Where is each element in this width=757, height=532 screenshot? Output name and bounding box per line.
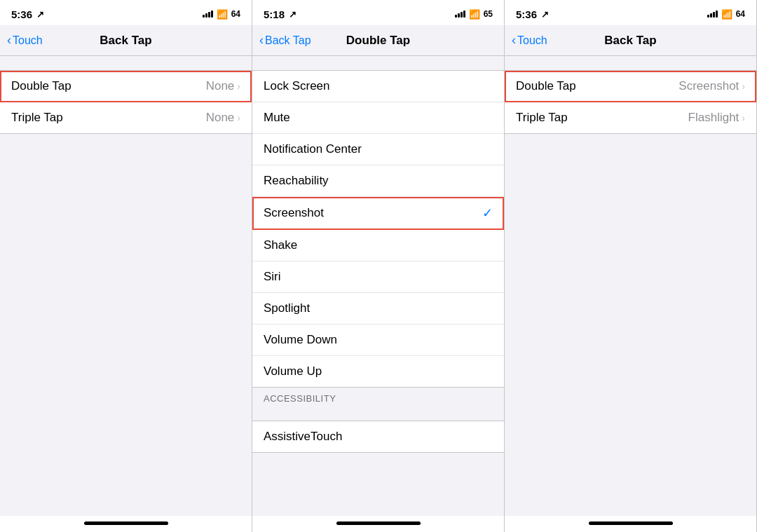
notification-center-row[interactable]: Notification Center — [252, 134, 504, 165]
panel-left: 5:36 ↗ 📶 64 ‹ Touch Back Tap Double Tap — [0, 0, 252, 532]
home-indicator-right — [505, 516, 756, 532]
home-indicator-left — [0, 516, 252, 532]
signal-bar-1 — [203, 15, 205, 18]
screenshot-row[interactable]: Screenshot ✓ — [252, 197, 504, 230]
siri-row[interactable]: Siri — [252, 261, 504, 293]
triple-tap-value-text-right: Flashlight — [688, 111, 739, 125]
double-tap-row[interactable]: Double Tap None › — [0, 71, 252, 102]
wifi-icon-right: 📶 — [721, 9, 732, 20]
home-bar-right — [589, 521, 673, 525]
settings-group-middle-accessibility: AssistiveTouch — [252, 421, 504, 453]
volume-up-label: Volume Up — [264, 364, 322, 378]
nav-bar-left: ‹ Touch Back Tap — [0, 25, 252, 56]
double-tap-label-right: Double Tap — [516, 79, 576, 93]
status-right-right: 📶 64 — [707, 9, 745, 20]
battery-text-right: 64 — [736, 9, 745, 19]
status-right-mid: 📶 65 — [455, 9, 493, 20]
signal-bar-mid-3 — [461, 12, 463, 18]
wifi-icon: 📶 — [217, 9, 228, 20]
signal-bar-r-1 — [707, 15, 709, 18]
checkmark-icon: ✓ — [482, 205, 493, 221]
shake-row[interactable]: Shake — [252, 230, 504, 261]
triple-tap-value-right: Flashlight › — [688, 111, 745, 125]
wifi-icon-mid: 📶 — [469, 9, 480, 20]
double-tap-chevron: › — [237, 81, 240, 92]
signal-bars — [203, 11, 213, 18]
screenshot-label: Screenshot — [264, 206, 324, 220]
signal-bar-r-4 — [716, 11, 718, 18]
status-left-mid: 5:18 ↗ — [264, 8, 296, 20]
location-icon: ↗ — [36, 9, 44, 20]
signal-bar-mid-2 — [458, 13, 460, 18]
double-tap-value: None › — [206, 79, 240, 93]
status-bar-middle: 5:18 ↗ 📶 65 — [252, 0, 504, 25]
signal-bar-2 — [205, 13, 207, 18]
volume-down-label: Volume Down — [264, 333, 337, 347]
assistivetouch-row[interactable]: AssistiveTouch — [252, 421, 504, 452]
triple-tap-chevron-right: › — [742, 112, 745, 123]
accessibility-header: ACCESSIBILITY — [252, 388, 504, 407]
reachability-row[interactable]: Reachability — [252, 165, 504, 197]
lock-screen-label: Lock Screen — [264, 79, 330, 93]
back-button-middle[interactable]: ‹ Back Tap — [259, 33, 311, 48]
status-bar-left: 5:36 ↗ 📶 64 — [0, 0, 252, 25]
signal-bar-r-2 — [710, 13, 712, 18]
status-bar-right: 5:36 ↗ 📶 64 — [505, 0, 756, 25]
signal-bar-r-3 — [713, 12, 715, 18]
double-tap-row-right[interactable]: Double Tap Screenshot › — [505, 71, 756, 102]
battery-text-mid: 65 — [484, 9, 493, 19]
location-icon-mid: ↗ — [289, 9, 296, 20]
volume-up-row[interactable]: Volume Up — [252, 356, 504, 387]
double-tap-label: Double Tap — [11, 79, 71, 93]
signal-bar-4 — [211, 11, 213, 18]
triple-tap-value: None › — [206, 111, 240, 125]
signal-bars-right — [707, 11, 718, 18]
chevron-left-icon: ‹ — [7, 33, 11, 48]
signal-bars-mid — [455, 11, 465, 18]
nav-bar-right: ‹ Touch Back Tap — [505, 25, 756, 56]
settings-group-middle-main: Lock Screen Mute Notification Center Rea… — [252, 70, 504, 388]
status-right: 📶 64 — [203, 9, 240, 20]
content-left: Double Tap None › Triple Tap None › — [0, 56, 252, 516]
back-label-right: Touch — [517, 34, 547, 47]
notification-center-label: Notification Center — [264, 142, 362, 156]
nav-bar-middle: ‹ Back Tap Double Tap — [252, 25, 504, 56]
siri-label: Siri — [264, 270, 281, 284]
back-label-left: Touch — [13, 34, 43, 47]
chevron-left-icon-mid: ‹ — [259, 33, 264, 48]
double-tap-value-text-right: Screenshot — [678, 79, 739, 93]
battery-text: 64 — [231, 9, 240, 19]
mute-row[interactable]: Mute — [252, 102, 504, 134]
triple-tap-row-right[interactable]: Triple Tap Flashlight › — [505, 102, 756, 133]
reachability-label: Reachability — [264, 174, 329, 188]
status-left-right: 5:36 ↗ — [516, 8, 549, 20]
triple-tap-label-right: Triple Tap — [516, 111, 568, 125]
triple-tap-label: Triple Tap — [11, 111, 63, 125]
signal-bar-mid-4 — [463, 11, 465, 18]
triple-tap-value-text: None — [206, 111, 235, 125]
status-left: 5:36 ↗ — [11, 8, 44, 20]
content-right: Double Tap Screenshot › Triple Tap Flash… — [505, 56, 756, 516]
spotlight-row[interactable]: Spotlight — [252, 293, 504, 325]
settings-group-right: Double Tap Screenshot › Triple Tap Flash… — [505, 70, 756, 134]
back-button-left[interactable]: ‹ Touch — [7, 33, 43, 48]
chevron-left-icon-right: ‹ — [512, 33, 516, 48]
panel-middle: 5:18 ↗ 📶 65 ‹ Back Tap Double Tap Lock S… — [252, 0, 505, 532]
home-bar-middle — [336, 521, 421, 525]
lock-screen-row[interactable]: Lock Screen — [252, 71, 504, 102]
back-button-right[interactable]: ‹ Touch — [512, 33, 547, 48]
assistivetouch-label: AssistiveTouch — [264, 430, 342, 444]
status-time-mid: 5:18 — [264, 8, 285, 20]
signal-bar-mid-1 — [455, 15, 457, 18]
settings-group-left: Double Tap None › Triple Tap None › — [0, 70, 252, 134]
triple-tap-row[interactable]: Triple Tap None › — [0, 102, 252, 133]
double-tap-value-right: Screenshot › — [678, 79, 745, 93]
spotlight-label: Spotlight — [264, 301, 310, 315]
volume-down-row[interactable]: Volume Down — [252, 325, 504, 356]
location-icon-right: ↗ — [541, 9, 549, 20]
double-tap-value-text: None — [206, 79, 235, 93]
nav-title-left: Back Tap — [100, 34, 151, 48]
mute-label: Mute — [264, 111, 290, 125]
double-tap-chevron-right: › — [742, 81, 745, 92]
back-label-middle: Back Tap — [265, 34, 311, 47]
